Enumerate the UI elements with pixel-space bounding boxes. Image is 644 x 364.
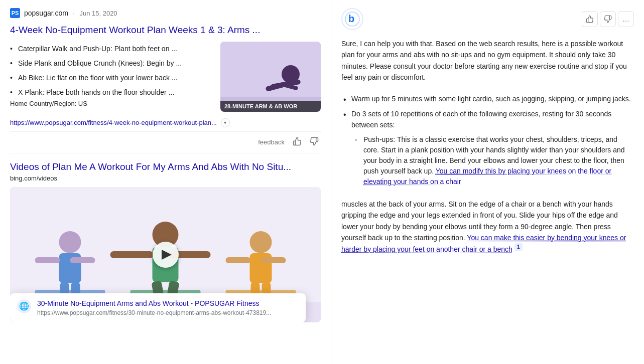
play-button[interactable]: [153, 242, 179, 268]
svg-rect-19: [110, 251, 154, 258]
play-icon: [162, 250, 172, 260]
ai-intro-text: Sure, I can help you with that. Based on…: [341, 38, 634, 83]
result1-url-row: https://www.popsugar.com/fitness/4-week-…: [10, 118, 321, 127]
svg-point-11: [59, 231, 81, 253]
tooltip-card[interactable]: 🌐 30-Minute No-Equipment Arms and Abs Wo…: [10, 293, 306, 322]
bing-header: b …: [341, 8, 634, 30]
svg-rect-14: [70, 257, 95, 263]
country-info: Home Country/Region: US: [10, 100, 212, 107]
thumbup-button[interactable]: [291, 136, 304, 149]
feedback-row: feedback: [10, 131, 321, 153]
svg-point-23: [250, 231, 272, 253]
response-bullet-2: Do 3 sets of 10 repetitions of each of t…: [341, 106, 634, 193]
svg-text:b: b: [348, 13, 354, 24]
bullet-3: Ab Bike: Lie flat on the floor with your…: [10, 71, 212, 85]
svg-rect-25: [226, 257, 251, 263]
response-bullet-1: Warm up for 5 minutes with some light ca…: [341, 91, 634, 106]
source-date: · Jun 15, 2020: [72, 10, 117, 17]
feedback-label: feedback: [258, 138, 285, 146]
ai-continuation: muscles at the back of your arms. Sit on…: [341, 199, 634, 255]
exercise-name: Push-ups:: [363, 135, 397, 143]
tooltip-link[interactable]: 30-Minute No-Equipment Arms and Abs Work…: [37, 299, 271, 307]
thumbdown-response-button[interactable]: [600, 11, 616, 27]
expand-button[interactable]: ▾: [221, 118, 230, 127]
result1-url[interactable]: https://www.popsugar.com/fitness/4-week-…: [10, 119, 217, 126]
image-label: 28-MINUTE ARM & AB WOR: [220, 101, 321, 112]
bullet-4: X Plank: Place both hands on the floor s…: [10, 85, 212, 100]
bing-logo: b: [341, 8, 363, 30]
exercise-pushups: Push-ups: This is a classic exercise tha…: [351, 133, 634, 189]
citation-badge: 1: [514, 243, 523, 251]
tooltip-content: 30-Minute No-Equipment Arms and Abs Work…: [37, 299, 271, 316]
result2-title[interactable]: Videos of Plan Me A Workout For My Arms …: [10, 161, 321, 172]
source-domain: popsugar.com: [24, 9, 68, 17]
result1-bullets: Caterpillar Walk and Push-Up: Plant both…: [10, 42, 212, 112]
result1-content: Caterpillar Walk and Push-Up: Plant both…: [10, 42, 321, 112]
source-favicon: PS: [10, 8, 20, 18]
source-header: PS popsugar.com · Jun 15, 2020: [10, 8, 321, 18]
result2-source: bing.com/videos: [10, 174, 321, 182]
right-panel: b … Sure, I can help: [331, 0, 644, 364]
tooltip-globe-icon: 🌐: [17, 299, 31, 313]
thumbdown-button[interactable]: [308, 136, 321, 149]
more-options-button[interactable]: …: [618, 11, 634, 27]
svg-rect-13: [35, 257, 60, 263]
sub-exercises: Push-ups: This is a classic exercise tha…: [351, 133, 634, 189]
bullet-1: Caterpillar Walk and Push-Up: Plant both…: [10, 42, 212, 56]
thumbup-response-button[interactable]: [582, 11, 598, 27]
tooltip-url: https://www.popsugar.com/fitness/30-minu…: [37, 309, 271, 316]
svg-rect-26: [261, 257, 286, 263]
bing-logo-svg: b: [344, 11, 360, 27]
left-panel: PS popsugar.com · Jun 15, 2020 4-Week No…: [0, 0, 331, 364]
result1-title[interactable]: 4-Week No-Equipment Workout Plan Weeks 1…: [10, 24, 321, 37]
bullet-2: Side Plank and Oblique Crunch (Knees): B…: [10, 56, 212, 71]
response-bullets: Warm up for 5 minutes with some light ca…: [341, 91, 634, 193]
result1-image: 28-MINUTE ARM & AB WOR: [220, 42, 321, 112]
header-actions: …: [582, 11, 634, 27]
video-thumbnail[interactable]: 🌐 30-Minute No-Equipment Arms and Abs Wo…: [10, 187, 321, 322]
